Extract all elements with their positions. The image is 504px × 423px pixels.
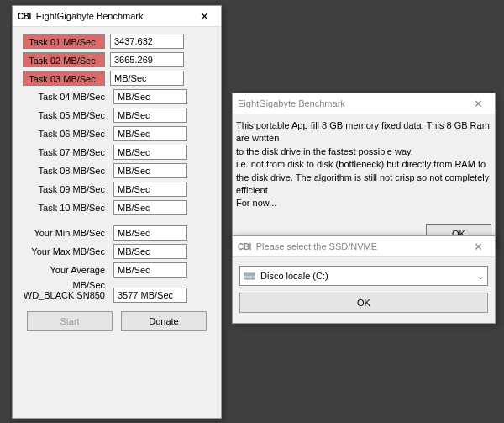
task-label: Task 02 MB/Sec bbox=[23, 52, 105, 67]
task-label: Task 09 MB/Sec bbox=[23, 182, 108, 197]
task-label: Task 03 MB/Sec bbox=[23, 71, 105, 86]
summary-label: Your Min MB/Sec bbox=[23, 225, 108, 241]
close-icon[interactable]: ✕ bbox=[463, 93, 493, 114]
donate-button[interactable]: Donate bbox=[121, 311, 207, 331]
result-row: Task 08 MB/SecMB/Sec bbox=[23, 163, 211, 178]
task-label: Task 07 MB/Sec bbox=[23, 145, 108, 160]
drive-label: WD_BLACK SN850 bbox=[23, 288, 108, 303]
info-titlebar: EightGigabyte Benchmark ✕ bbox=[233, 93, 495, 114]
info-line: For now... bbox=[236, 197, 491, 209]
start-button: Start bbox=[27, 311, 113, 331]
summary-value: MB/Sec bbox=[113, 244, 187, 259]
task-value: MB/Sec bbox=[113, 89, 187, 104]
selector-body: Disco locale (C:) ⌄ OK bbox=[233, 257, 495, 323]
info-dialog: EightGigabyte Benchmark ✕ This portable … bbox=[232, 93, 496, 248]
drive-selector-dialog: CBI Please select the SSD/NVME ✕ Disco l… bbox=[232, 235, 496, 324]
result-row: Task 05 MB/SecMB/Sec bbox=[23, 108, 211, 123]
ok-button[interactable]: OK bbox=[239, 293, 488, 313]
selector-title: Please select the SSD/NVME bbox=[256, 241, 463, 251]
result-row: Task 06 MB/SecMB/Sec bbox=[23, 126, 211, 141]
info-line: i.e. not from disk to disk (bottleneck) … bbox=[236, 158, 491, 171]
task-value: MB/Sec bbox=[113, 126, 187, 141]
info-message: This portable App fill 8 GB memory fixed… bbox=[233, 114, 495, 220]
task-value: MB/Sec bbox=[113, 200, 187, 215]
main-titlebar: CBI EightGigabyte Benchmark ✕ bbox=[13, 6, 221, 27]
task-value: MB/Sec bbox=[113, 108, 187, 123]
info-line: This portable App fill 8 GB memory fixed… bbox=[236, 119, 491, 145]
task-label: Task 05 MB/Sec bbox=[23, 108, 108, 123]
result-row: WD_BLACK SN8503577 MB/Sec bbox=[23, 288, 211, 303]
svg-point-2 bbox=[252, 277, 254, 278]
selector-titlebar: CBI Please select the SSD/NVME ✕ bbox=[233, 236, 495, 257]
result-row: Task 10 MB/SecMB/Sec bbox=[23, 200, 211, 215]
svg-rect-1 bbox=[244, 274, 255, 276]
drive-icon bbox=[244, 271, 255, 281]
drive-select-value: Disco locale (C:) bbox=[260, 271, 477, 281]
info-line: to the disk drive in the fastest possibl… bbox=[236, 145, 491, 158]
task-label: Task 08 MB/Sec bbox=[23, 163, 108, 178]
close-icon[interactable]: ✕ bbox=[463, 236, 493, 256]
main-window: CBI EightGigabyte Benchmark ✕ Task 01 MB… bbox=[12, 5, 222, 419]
task-value: 3437.632 bbox=[110, 34, 184, 49]
result-row: Task 09 MB/SecMB/Sec bbox=[23, 182, 211, 197]
drive-select[interactable]: Disco locale (C:) ⌄ bbox=[239, 266, 488, 286]
summary-value: MB/Sec bbox=[113, 225, 187, 241]
result-row: Task 03 MB/SecMB/Sec bbox=[23, 71, 211, 86]
task-label: Task 10 MB/Sec bbox=[23, 200, 108, 215]
task-value: MB/Sec bbox=[113, 163, 187, 178]
close-icon[interactable]: ✕ bbox=[189, 6, 219, 26]
main-body: Task 01 MB/Sec3437.632Task 02 MB/Sec3665… bbox=[13, 27, 221, 338]
task-label: Task 01 MB/Sec bbox=[23, 34, 105, 49]
task-value: MB/Sec bbox=[113, 145, 187, 160]
result-row: Your Min MB/SecMB/Sec bbox=[23, 225, 211, 241]
main-title: EightGigabyte Benchmark bbox=[36, 11, 189, 21]
task-value: 3665.269 bbox=[110, 52, 184, 67]
summary-value: MB/Sec bbox=[113, 262, 187, 278]
result-row: Task 01 MB/Sec3437.632 bbox=[23, 34, 211, 49]
app-logo: CBI bbox=[238, 242, 251, 251]
summary-label: Your Max MB/Sec bbox=[23, 244, 108, 259]
result-row: Your Max MB/SecMB/Sec bbox=[23, 244, 211, 259]
info-title: EightGigabyte Benchmark bbox=[238, 98, 463, 108]
drive-value: 3577 MB/Sec bbox=[113, 288, 187, 303]
task-label: Task 06 MB/Sec bbox=[23, 126, 108, 141]
button-row: StartDonate bbox=[23, 311, 211, 331]
result-row: Task 04 MB/SecMB/Sec bbox=[23, 89, 211, 104]
info-line: the disk drive. The algorithm is still n… bbox=[236, 172, 491, 198]
result-row: Task 02 MB/Sec3665.269 bbox=[23, 52, 211, 67]
result-row: Task 07 MB/SecMB/Sec bbox=[23, 145, 211, 160]
result-row: Your Average MB/SecMB/Sec bbox=[23, 262, 211, 278]
chevron-down-icon: ⌄ bbox=[477, 272, 484, 281]
app-logo: CBI bbox=[18, 12, 31, 21]
task-value: MB/Sec bbox=[113, 182, 187, 197]
task-label: Task 04 MB/Sec bbox=[23, 89, 108, 104]
task-value: MB/Sec bbox=[110, 71, 184, 86]
summary-label: Your Average MB/Sec bbox=[23, 262, 108, 278]
